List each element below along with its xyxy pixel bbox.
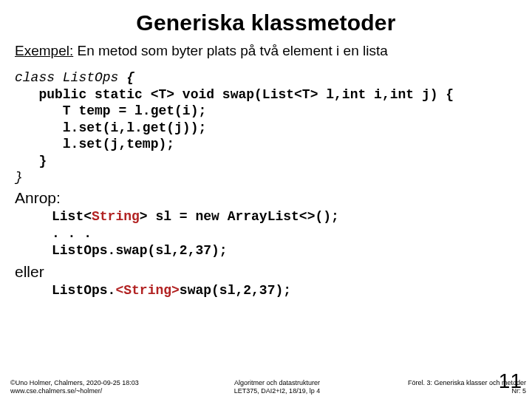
code-line: }	[15, 170, 23, 185]
code-keyword: <String>	[115, 283, 179, 298]
code-line: ListOps.swap(sl,2,37);	[52, 243, 228, 258]
footer-url: www.cse.chalmers.se/~holmer/	[10, 387, 192, 395]
or-label: eller	[15, 263, 517, 281]
code-line: l.set(j,temp);	[15, 137, 174, 151]
code-block-alt: ListOps.<String>swap(sl,2,37);	[15, 282, 517, 299]
code-text: List<	[52, 209, 92, 224]
footer-course: Algoritmer och datastrukturer	[192, 379, 362, 386]
page-number: 11	[499, 369, 522, 393]
code-line: T temp = l.get(i);	[15, 103, 206, 118]
slide-title: Generiska klassmetoder	[15, 10, 517, 35]
code-line: l.set(i,l.get(j));	[15, 120, 206, 135]
code-text: ListOps.	[52, 283, 115, 298]
code-block-class: class ListOps { public static <T> void s…	[15, 69, 517, 186]
code-line: . . .	[52, 226, 92, 241]
footer-course-code: LET375, DAI2+I2, 18/19, lp 4	[192, 387, 362, 395]
code-keyword: String	[92, 209, 140, 224]
footer-center: Algoritmer och datastrukturer LET375, DA…	[192, 379, 362, 395]
footer-copyright: ©Uno Holmer, Chalmers, 2020-09-25 18:03	[10, 379, 192, 386]
example-text: En metod som byter plats på två element …	[73, 43, 388, 58]
code-text: swap(sl,2,37);	[180, 283, 291, 298]
example-subtitle: Exempel: En metod som byter plats på två…	[15, 43, 517, 59]
call-label: Anrop:	[15, 189, 517, 207]
code-line: public static <T> void swap(List<T> l,in…	[15, 87, 454, 102]
code-line: class ListOps	[15, 70, 126, 85]
code-text: > sl = new ArrayList<>();	[140, 209, 339, 224]
code-line: }	[15, 154, 47, 168]
code-block-call: List<String> sl = new ArrayList<>(); . .…	[15, 208, 517, 260]
code-line: {	[126, 70, 134, 85]
example-label: Exempel:	[15, 43, 73, 58]
footer-left: ©Uno Holmer, Chalmers, 2020-09-25 18:03 …	[0, 379, 192, 395]
slide: Generiska klassmetoder Exempel: En metod…	[0, 0, 532, 399]
slide-footer: ©Uno Holmer, Chalmers, 2020-09-25 18:03 …	[0, 379, 532, 395]
